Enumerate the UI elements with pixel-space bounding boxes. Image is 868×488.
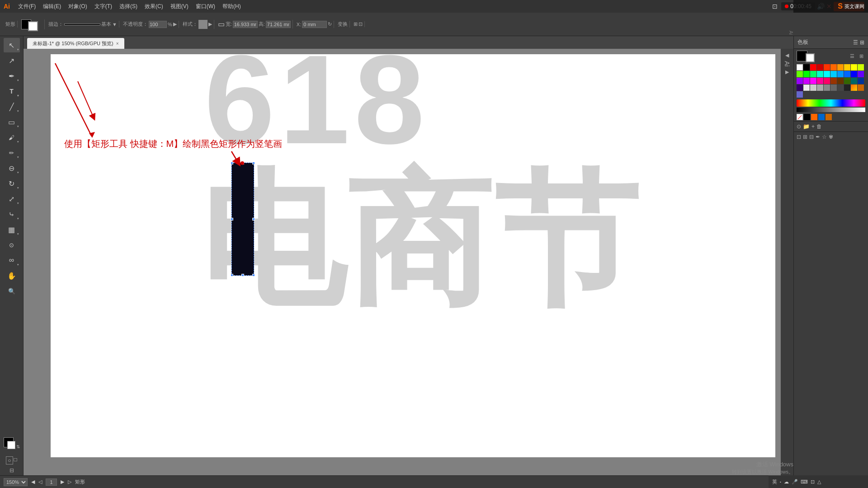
swatch-gray1[interactable] <box>803 84 810 91</box>
rotate-tool[interactable]: ↻▾ <box>4 176 20 191</box>
x-input[interactable] <box>302 21 327 28</box>
swatch-cyan2[interactable] <box>830 71 837 77</box>
swatch-purple1[interactable] <box>858 71 864 77</box>
swatch-options-icon[interactable]: ⊙ <box>797 123 801 130</box>
black-rectangle[interactable] <box>231 163 254 276</box>
line-tool[interactable]: ╱▾ <box>4 99 20 114</box>
mic-icon[interactable]: 🎤 <box>792 479 798 485</box>
symbol-icon[interactable]: ✾ <box>829 134 833 140</box>
taskbar-icon2[interactable]: △ <box>817 479 821 485</box>
height-input[interactable] <box>266 21 291 28</box>
zoom-select[interactable]: 150% 100% 200% <box>4 478 28 486</box>
swatch-special1[interactable] <box>851 84 857 91</box>
new-color-group-icon[interactable]: 📁 <box>803 123 810 130</box>
swatch-blue2[interactable] <box>844 71 850 77</box>
stroke-color-box[interactable] <box>806 53 815 62</box>
paintbrush-tool[interactable]: 🖌▾ <box>4 130 20 145</box>
swatch-gray3[interactable] <box>817 84 823 91</box>
select-tool[interactable]: ↖▾ <box>4 38 20 52</box>
style-preview[interactable] <box>198 20 208 29</box>
nav-next2[interactable]: ▷ <box>68 479 71 485</box>
transform-label[interactable]: 变换 <box>338 21 348 28</box>
swatch-yellow2[interactable] <box>851 64 857 70</box>
opacity-input[interactable] <box>149 21 167 28</box>
swatch-white[interactable] <box>797 64 803 70</box>
swatch-red2[interactable] <box>817 64 823 70</box>
handle-tr[interactable] <box>252 162 255 164</box>
handle-ml[interactable] <box>231 218 233 221</box>
swatch-gray6[interactable] <box>837 84 844 91</box>
menu-edit[interactable]: 编辑(E) <box>40 2 64 11</box>
swatch-registration[interactable] <box>804 114 810 120</box>
color-panel-grid-icon[interactable]: ⊞ <box>860 39 864 46</box>
swatch-gray2[interactable] <box>810 84 816 91</box>
color-panel-menu-icon[interactable]: ☰ <box>853 39 858 46</box>
swatch-special3[interactable] <box>797 91 803 98</box>
handle-bc[interactable] <box>241 274 244 277</box>
warp-tool[interactable]: ⤷▾ <box>4 207 20 221</box>
graph-tool[interactable]: ▦▾ <box>4 222 20 237</box>
swatch-magenta1[interactable] <box>803 78 810 84</box>
swatch-grid-icon[interactable]: ⊞ <box>857 52 865 60</box>
menu-type[interactable]: 文字(T) <box>92 2 115 11</box>
swatch-brown2[interactable] <box>837 78 844 84</box>
swatch-teal1[interactable] <box>817 71 823 77</box>
new-swatch-icon[interactable]: + <box>811 123 815 130</box>
gray-scale-bar[interactable] <box>797 108 865 112</box>
menu-file[interactable]: 文件(F) <box>15 2 38 11</box>
swatch-purple2[interactable] <box>797 78 803 84</box>
swatch-pink2[interactable] <box>824 78 830 84</box>
swatch-pink1[interactable] <box>817 78 823 84</box>
scale-tool[interactable]: ⤢▾ <box>4 192 20 206</box>
menu-window[interactable]: 窗口(W) <box>193 2 218 11</box>
document-tab[interactable]: 未标题-1* @ 150% (RGB/GPU 预览) × <box>27 38 124 49</box>
menu-help[interactable]: 帮助(H) <box>220 2 244 11</box>
swatch-orange2[interactable] <box>837 64 844 70</box>
blend-tool[interactable]: ∞▾ <box>4 253 20 267</box>
shape-tool[interactable]: ▭▾ <box>4 115 20 129</box>
swatch-red3[interactable] <box>824 64 830 70</box>
handle-mr[interactable] <box>252 218 255 221</box>
weather-icon[interactable]: ☁ <box>784 479 789 485</box>
zoom-tool[interactable]: 🔍 <box>4 284 20 298</box>
swatch-blue1[interactable] <box>837 71 844 77</box>
handle-tl[interactable] <box>231 162 233 164</box>
taskbar-icon1[interactable]: ⊡ <box>811 479 815 485</box>
input-method-icon[interactable]: 英 <box>772 479 777 485</box>
menu-object[interactable]: 对象(O) <box>66 2 90 11</box>
menu-select[interactable]: 选择(S) <box>117 2 140 11</box>
swatch-yellow1[interactable] <box>844 64 850 70</box>
panel-properties-icon[interactable]: Ai <box>783 61 791 66</box>
swatch-custom1[interactable] <box>811 114 817 120</box>
panel-collapse-icon[interactable]: ▶ <box>785 69 789 75</box>
swatch-gray4[interactable] <box>824 84 830 91</box>
type-tool[interactable]: T▾ <box>4 84 20 99</box>
stroke-style-arrow[interactable]: ▼ <box>112 22 117 27</box>
swatch-darkpurple[interactable] <box>797 84 803 91</box>
keyboard-icon[interactable]: ⌨ <box>801 479 808 485</box>
pathfinder-icon[interactable]: ⊡ <box>359 21 363 27</box>
pathfinder-icon-panel[interactable]: ⊟ <box>809 134 814 140</box>
stroke-swatch[interactable] <box>28 21 38 31</box>
eyedropper-tool[interactable]: ⊙ <box>4 238 20 252</box>
panel-expand-icon[interactable]: ◀ <box>785 52 789 58</box>
swatch-darkteal[interactable] <box>851 78 857 84</box>
swatch-special2[interactable] <box>858 84 864 91</box>
swatch-none[interactable] <box>797 114 803 120</box>
print-icon[interactable]: ⊡ <box>772 3 778 10</box>
handle-br[interactable] <box>252 274 255 277</box>
tab-close-button[interactable]: × <box>116 41 119 46</box>
page-input[interactable] <box>46 479 57 486</box>
direct-select-tool[interactable]: ↗ <box>4 53 20 68</box>
pencil-tool[interactable]: ✏▾ <box>4 145 20 160</box>
canvas-area[interactable]: 未标题-1* @ 150% (RGB/GPU 预览) × 618 电商 节 <box>24 36 793 475</box>
swatch-list-icon[interactable]: ☰ <box>848 52 856 60</box>
handle-bl[interactable] <box>231 274 233 277</box>
style-arrow[interactable]: ▶ <box>208 21 212 27</box>
menu-effect[interactable]: 效果(C) <box>142 2 166 11</box>
swatch-red1[interactable] <box>810 64 816 70</box>
nav-prev[interactable]: ◀ <box>31 479 35 485</box>
swatch-custom3[interactable] <box>826 114 832 120</box>
color-spectrum-bar[interactable] <box>797 99 865 107</box>
mode-toggle[interactable]: ○ □ <box>6 456 17 465</box>
